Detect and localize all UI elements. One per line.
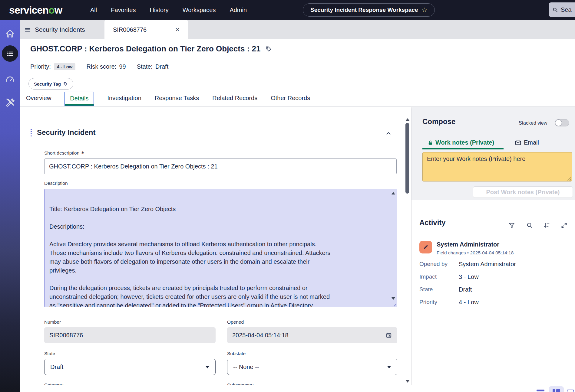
top-navbar: servicenow All Favorites History Workspa…: [0, 0, 575, 20]
tag-icon[interactable]: [265, 46, 272, 52]
priority-label: Priority:: [30, 63, 51, 70]
activity-user-name[interactable]: System Administrator: [437, 241, 499, 248]
chevron-down-icon: [205, 366, 210, 368]
global-search-box[interactable]: Sea: [549, 2, 575, 17]
tab-other-records[interactable]: Other Records: [271, 95, 310, 106]
logo-o-mark: o: [48, 4, 55, 16]
compose-title: Compose: [422, 117, 455, 126]
opened-label: Opened: [227, 319, 244, 325]
tab-related-records[interactable]: Related Records: [212, 95, 257, 106]
field-change-row: Opened by System Administrator: [419, 261, 516, 268]
logo-text: servicen: [9, 4, 48, 16]
description-label: Description: [44, 181, 68, 186]
change-label: Impact: [419, 273, 459, 280]
sort-icon[interactable]: [543, 222, 550, 229]
post-worknotes-button[interactable]: Post Work notes (Private): [473, 186, 573, 198]
record-tab-sir0068776[interactable]: SIR0068776 ×: [104, 20, 188, 39]
layout-panel-icon[interactable]: [549, 386, 564, 392]
number-field[interactable]: SIR0068776: [44, 327, 216, 343]
short-description-input[interactable]: [44, 158, 397, 174]
tab-details-active[interactable]: Details: [64, 92, 94, 106]
number-label: Number: [44, 319, 61, 325]
lock-icon: [428, 140, 433, 145]
activity-avatar: [419, 241, 432, 253]
record-tab-label: SIR0068776: [113, 26, 147, 33]
change-label: Opened by: [419, 261, 459, 268]
worknotes-tab[interactable]: Work notes (Private): [428, 139, 494, 146]
form-tabbar: Overview Details Investigation Response …: [20, 92, 575, 106]
dashboard-gauge-icon[interactable]: [5, 74, 15, 85]
nav-workspaces[interactable]: Workspaces: [183, 7, 216, 14]
description-text: Title: Kerberos Delegation on Tier Zero …: [45, 189, 390, 307]
calendar-icon[interactable]: [385, 332, 392, 338]
tag-small-icon: [63, 82, 68, 86]
opened-field[interactable]: 2025-04-04 05:14:18: [227, 327, 397, 343]
state-label: State:: [137, 63, 153, 70]
favorite-star-icon[interactable]: ☆: [422, 6, 428, 14]
nav-history[interactable]: History: [150, 7, 168, 14]
change-value: 3 - Low: [459, 273, 479, 280]
description-textarea[interactable]: Title: Kerberos Delegation on Tier Zero …: [44, 189, 397, 307]
activity-entry-meta: Field changes • 2025-04-04 05:14:18: [437, 250, 514, 256]
activity-title: Activity: [419, 218, 446, 227]
tab-response-tasks[interactable]: Response Tasks: [155, 95, 199, 106]
nav-admin[interactable]: Admin: [230, 7, 247, 14]
field-change-row: Priority 4 - Low: [419, 299, 479, 306]
description-scroll-down-icon[interactable]: [392, 297, 395, 300]
collapse-section-icon[interactable]: [385, 130, 392, 137]
main-scroll-up-icon[interactable]: [405, 118, 410, 121]
change-value: Draft: [459, 286, 472, 293]
state-value: Draft: [155, 63, 168, 70]
tab-overview[interactable]: Overview: [26, 95, 51, 106]
substate-label: Substate: [227, 351, 246, 356]
search-activity-icon[interactable]: [526, 222, 533, 229]
email-tab[interactable]: Email: [515, 139, 539, 146]
tab-investigation[interactable]: Investigation: [107, 95, 141, 106]
required-asterisk: ✱: [81, 151, 84, 155]
logo-text-end: w: [55, 4, 62, 16]
email-tab-label: Email: [524, 139, 539, 146]
risk-score-label: Risk score:: [86, 63, 116, 70]
left-sidebar: [0, 20, 20, 392]
substate-select[interactable]: -- None --: [227, 359, 397, 375]
window-square-icon[interactable]: [567, 390, 574, 392]
change-label: State: [419, 286, 459, 293]
home-icon[interactable]: [5, 28, 15, 39]
filter-icon[interactable]: [508, 222, 515, 229]
state-select[interactable]: Draft: [44, 359, 216, 375]
main-scrollbar-thumb[interactable]: [405, 123, 409, 194]
close-tab-icon[interactable]: ×: [175, 26, 180, 33]
servicenow-logo[interactable]: servicenow: [9, 4, 62, 16]
lists-icon-active[interactable]: [2, 45, 18, 62]
short-description-label: Short description✱: [44, 150, 84, 156]
description-scroll-up-icon[interactable]: [392, 192, 395, 194]
email-icon: [515, 139, 521, 146]
security-incidents-menu[interactable]: Security Incidents: [24, 20, 85, 39]
description-resize-handle[interactable]: [392, 302, 396, 306]
opened-value: 2025-04-04 05:14:18: [232, 332, 289, 339]
worknotes-active-underline: [422, 148, 504, 149]
minimize-icon[interactable]: [537, 390, 544, 391]
section-drag-handle[interactable]: [31, 129, 32, 137]
worknotes-input[interactable]: [422, 152, 572, 181]
stacked-view-toggle[interactable]: [555, 119, 569, 126]
worknotes-input-wrap: [422, 152, 572, 181]
field-change-row: State Draft: [419, 286, 472, 293]
bottom-border: [20, 385, 575, 385]
substate-select-value: -- None --: [233, 364, 259, 371]
nav-all[interactable]: All: [90, 7, 97, 14]
stacked-view-label: Stacked view: [519, 120, 547, 126]
tools-icon[interactable]: [5, 97, 15, 107]
incident-title-text: GHOST.CORP : Kerberos Delegation on Tier…: [30, 44, 260, 54]
workspace-pill-button[interactable]: Security Incident Response Workspace ☆: [303, 3, 435, 17]
bottom-mask: [20, 385, 575, 392]
incident-meta-row: Priority: 4 - Low Risk score: 99 State: …: [30, 63, 168, 70]
change-value: System Administrator: [459, 261, 516, 268]
security-tag-button[interactable]: Security Tag: [28, 78, 73, 90]
section-title: Security Incident: [37, 128, 95, 137]
nav-favorites[interactable]: Favorites: [111, 7, 136, 14]
expand-icon[interactable]: [560, 222, 568, 229]
search-text: Sea: [561, 6, 572, 13]
main-scroll-down-icon[interactable]: [405, 380, 410, 383]
change-label: Priority: [419, 299, 459, 306]
